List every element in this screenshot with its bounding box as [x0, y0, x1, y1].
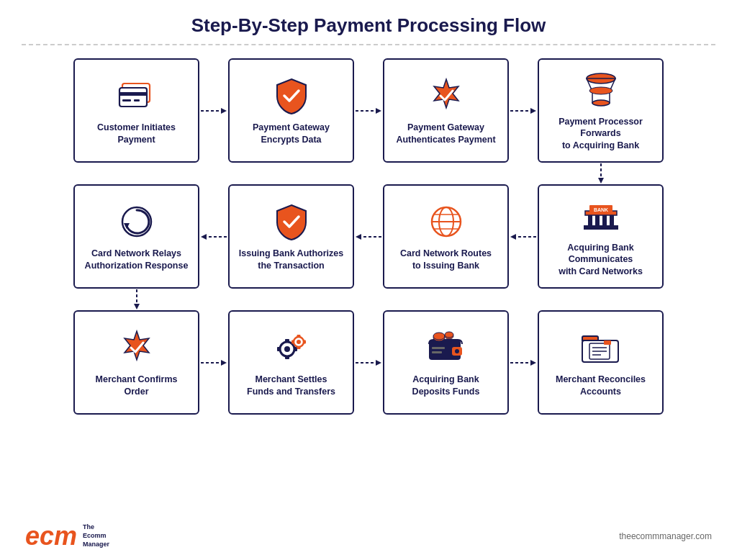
spacer — [228, 163, 354, 184]
step-acquiring-bank-deposits: Acquiring BankDeposits Funds — [383, 310, 509, 415]
svg-point-57 — [455, 349, 459, 353]
globe-icon — [426, 202, 466, 242]
step-merchant-settles: Merchant SettlesFunds and Transfers — [228, 310, 354, 415]
badge-check2-icon — [117, 328, 157, 368]
svg-rect-45 — [277, 347, 281, 351]
step-label: Payment GatewayEncrypts Data — [253, 122, 330, 145]
badge-check-icon — [426, 76, 466, 116]
ecm-logo: ecm The Ecomm Manager — [25, 523, 109, 549]
credit-cards-icon — [117, 76, 157, 116]
funnel-icon — [581, 70, 621, 110]
website-url: theecommmanager.com — [619, 531, 712, 541]
step-label: Acquiring Bank Communicateswith Card Net… — [545, 242, 656, 277]
svg-point-61 — [433, 333, 445, 340]
divider — [22, 44, 715, 45]
arrow-row-v2 — [22, 289, 715, 310]
svg-rect-43 — [285, 339, 289, 343]
svg-rect-33 — [588, 215, 592, 225]
svg-rect-51 — [291, 340, 294, 344]
arrow-3-4 — [509, 106, 538, 116]
spacer — [228, 289, 354, 310]
svg-rect-2 — [119, 92, 147, 96]
svg-marker-40 — [221, 360, 227, 366]
ecm-text: ecm — [25, 523, 77, 549]
svg-rect-71 — [604, 340, 611, 345]
svg-point-13 — [589, 87, 612, 94]
refresh-icon — [117, 202, 157, 242]
arrow-4-8-down — [538, 163, 664, 184]
spacer — [73, 163, 199, 184]
svg-rect-3 — [122, 99, 131, 101]
svg-marker-6 — [221, 108, 227, 114]
spacer — [383, 163, 509, 184]
ecm-tagline-line1: The — [83, 523, 109, 532]
step-acquiring-bank-communicates: BANK Acquiring Bank Communicateswith Car… — [538, 184, 664, 289]
step-gateway-encrypts: Payment GatewayEncrypts Data — [228, 58, 354, 163]
svg-marker-10 — [530, 108, 536, 114]
shield-check2-icon — [271, 202, 312, 242]
svg-text:BANK: BANK — [593, 207, 607, 212]
svg-rect-34 — [595, 215, 600, 225]
svg-marker-54 — [376, 360, 381, 366]
svg-marker-19 — [201, 234, 207, 240]
step-label: Acquiring BankDeposits Funds — [412, 374, 480, 397]
svg-point-63 — [445, 332, 453, 338]
svg-marker-15 — [598, 178, 604, 184]
footer: ecm The Ecomm Manager theecommmanager.co… — [22, 523, 715, 549]
step-label: Merchant ConfirmsOrder — [96, 374, 178, 397]
svg-rect-49 — [297, 335, 300, 338]
step-label: Merchant ReconcilesAccounts — [556, 374, 646, 397]
svg-marker-8 — [376, 108, 381, 114]
step-processor-forwards: Payment Processor Forwardsto Acquiring B… — [538, 58, 664, 163]
step-label: Merchant SettlesFunds and Transfers — [247, 374, 335, 397]
flow-row-3: Merchant ConfirmsOrder — [22, 310, 715, 415]
step-issuing-bank-authorizes: Issuing Bank Authorizesthe Transaction — [228, 184, 354, 289]
svg-marker-65 — [530, 360, 536, 366]
arrow-6-5 — [199, 232, 228, 242]
bank-icon: BANK — [581, 196, 621, 236]
arrow-10-11 — [354, 358, 383, 368]
gears-icon — [271, 328, 312, 368]
svg-rect-59 — [432, 351, 442, 353]
step-label: Card Network Routesto Issuing Bank — [400, 248, 492, 271]
svg-rect-50 — [297, 346, 300, 349]
shield-check-icon — [271, 76, 312, 116]
spacer — [383, 289, 509, 310]
svg-marker-38 — [134, 304, 140, 310]
svg-rect-1 — [119, 88, 147, 107]
svg-point-48 — [297, 340, 301, 344]
step-gateway-authenticates: Payment GatewayAuthenticates Payment — [383, 58, 509, 163]
step-merchant-reconciles: Merchant ReconcilesAccounts — [538, 310, 664, 415]
svg-point-12 — [592, 100, 610, 106]
arrow-row-v1 — [22, 163, 715, 184]
flow-row-2: Card Network RelaysAuthorization Respons… — [22, 184, 715, 289]
arrow-2-3 — [354, 106, 383, 116]
arrow-5-9-down — [73, 289, 199, 310]
svg-rect-30 — [584, 225, 618, 230]
step-customer-initiates: Customer InitiatesPayment — [73, 58, 199, 163]
step-card-network-routes: Card Network Routesto Issuing Bank — [383, 184, 509, 289]
spacer — [538, 289, 664, 310]
svg-marker-28 — [510, 234, 516, 240]
svg-rect-52 — [303, 340, 306, 344]
svg-rect-35 — [602, 215, 607, 225]
svg-point-42 — [284, 346, 290, 352]
arrow-1-2 — [199, 106, 228, 116]
svg-point-16 — [122, 207, 151, 236]
wallet-icon — [426, 328, 466, 368]
folder-icon — [581, 328, 621, 368]
arrow-7-6 — [354, 232, 383, 242]
arrow-8-7 — [509, 232, 538, 242]
svg-rect-4 — [134, 99, 140, 101]
svg-rect-44 — [285, 356, 289, 359]
svg-marker-21 — [356, 234, 361, 240]
step-label: Issuing Bank Authorizesthe Transaction — [239, 248, 343, 271]
step-label: Card Network RelaysAuthorization Respons… — [85, 248, 189, 271]
ecm-tagline-line3: Manager — [83, 541, 109, 549]
step-label: Payment GatewayAuthenticates Payment — [396, 122, 495, 145]
step-card-network-relays: Card Network RelaysAuthorization Respons… — [73, 184, 199, 289]
arrow-9-10 — [199, 358, 228, 368]
flow-diagram: Customer InitiatesPayment Payment Gatewa… — [22, 58, 715, 515]
svg-rect-36 — [610, 215, 614, 225]
step-label: Customer InitiatesPayment — [97, 122, 176, 145]
